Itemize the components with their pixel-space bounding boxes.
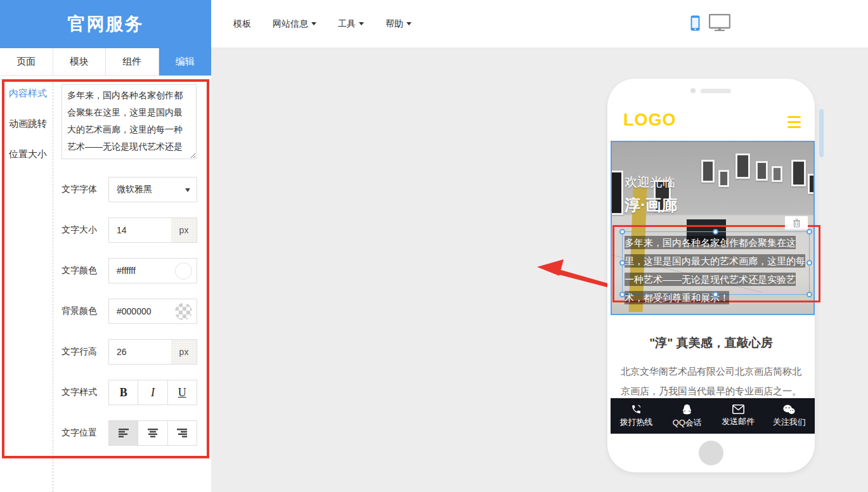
font-family-value: 微软雅黑 — [109, 184, 152, 195]
section-animation-jump[interactable]: 动画跳转 — [9, 118, 47, 130]
contact-label: 发送邮件 — [722, 416, 755, 427]
content-text-input[interactable]: 多年来，国内各种名家创作都会聚集在这里，这里是国内最大的艺术画廊，这里的每一种艺… — [62, 84, 197, 159]
tab-label: 页面 — [16, 56, 36, 68]
chevron-down-icon — [359, 22, 364, 25]
chevron-down-icon — [311, 22, 316, 25]
phone-camera-dot — [690, 88, 696, 93]
delete-button[interactable] — [785, 216, 808, 230]
bg-color-label: 背景颜色 — [62, 306, 108, 317]
unit-suffix: px — [171, 340, 197, 364]
nav-item-label: 网站信息 — [273, 18, 308, 30]
contact-label: 关注我们 — [773, 417, 806, 428]
phone-icon — [631, 404, 642, 415]
qq-chat-button[interactable]: QQ会话 — [662, 398, 713, 434]
tab-label: 组件 — [122, 56, 141, 68]
tab-page[interactable]: 页面 — [0, 48, 53, 75]
picture-frame — [718, 170, 729, 187]
selected-text-block[interactable]: 多年来，国内各种名家创作都会聚集在这里，这里是国内最大的艺术画廊，这里的每一种艺… — [622, 231, 810, 295]
smartphone-icon[interactable] — [690, 15, 700, 31]
resize-handle[interactable] — [713, 229, 718, 235]
site-logo: LOGO — [623, 110, 677, 130]
menu-icon[interactable] — [787, 116, 801, 131]
tab-component[interactable]: 组件 — [106, 48, 159, 75]
nav-item-label: 工具 — [338, 18, 356, 30]
nav-item-site-info[interactable]: 网站信息 — [273, 18, 316, 30]
line-height-input[interactable]: 26 px — [108, 339, 197, 365]
trash-icon — [793, 219, 801, 228]
hero-welcome-text: 欢迎光临 — [625, 174, 675, 191]
contact-bar: 拨打热线 QQ会话 发送邮件 — [611, 398, 815, 434]
align-left-icon — [119, 429, 129, 437]
italic-button[interactable]: I — [138, 380, 167, 405]
brand-header: 官网服务 — [0, 0, 211, 48]
text-color-value: #ffffff — [109, 266, 136, 276]
section-heading: "淳" 真美感，直敲心房 — [607, 335, 815, 351]
text-color-input[interactable]: #ffffff — [108, 258, 197, 283]
font-family-label: 文字字体 — [62, 184, 108, 195]
nav-item-label: 帮助 — [385, 18, 403, 30]
align-center-icon — [148, 429, 158, 437]
font-family-select[interactable]: 微软雅黑 — [108, 177, 197, 202]
phone-mockup: LOGO 欢迎光临 淳·画廊 多年来， — [607, 79, 815, 472]
nav-item-tools[interactable]: 工具 — [338, 18, 364, 30]
preview-scrollbar[interactable] — [819, 109, 824, 157]
resize-handle[interactable] — [806, 229, 812, 235]
phone-speaker-bar — [701, 89, 731, 93]
bold-button[interactable]: B — [108, 380, 138, 405]
contact-label: QQ会话 — [673, 417, 702, 429]
underline-button[interactable]: U — [168, 380, 197, 405]
phone-home-button[interactable] — [699, 441, 723, 465]
resize-handle[interactable] — [619, 229, 625, 235]
picture-frame — [612, 171, 623, 215]
top-nav: 模板 网站信息 工具 帮助 — [211, 0, 868, 48]
transparency-checker-swatch[interactable] — [175, 303, 192, 320]
editor-canvas: LOGO 欢迎光临 淳·画廊 多年来， — [211, 48, 868, 492]
picture-frame — [701, 160, 715, 183]
picture-frame — [808, 174, 813, 194]
tab-module[interactable]: 模块 — [53, 48, 107, 75]
nav-item-label: 模板 — [233, 18, 251, 30]
unit-suffix: px — [171, 218, 197, 242]
nav-item-templates[interactable]: 模板 — [233, 18, 251, 30]
bg-color-value: #000000 — [109, 306, 152, 316]
send-mail-button[interactable]: 发送邮件 — [713, 398, 764, 434]
call-hotline-button[interactable]: 拨打热线 — [611, 398, 662, 434]
font-size-label: 文字大小 — [62, 224, 108, 236]
panel-tabs: 页面 模块 组件 编辑 — [0, 48, 211, 76]
mail-icon — [732, 405, 744, 414]
color-swatch[interactable] — [175, 262, 192, 280]
edit-panel: 内容样式 动画跳转 位置大小 多年来，国内各种名家创作都会聚集在这里，这里是国内… — [0, 76, 211, 492]
section-paragraph: 北京文华阁艺术品有限公司北京画店简称北京画店，乃我国当代最早的专业画店之一。应艺… — [621, 361, 802, 401]
tab-label: 编辑 — [176, 56, 195, 68]
hero-title-text: 淳·画廊 — [625, 195, 677, 216]
picture-frame — [791, 160, 806, 186]
text-color-label: 文字颜色 — [62, 265, 108, 276]
nav-item-help[interactable]: 帮助 — [385, 18, 411, 30]
chevron-down-icon — [406, 22, 411, 25]
resize-handle[interactable] — [806, 292, 812, 297]
align-right-button[interactable] — [168, 420, 197, 446]
contact-label: 拨打热线 — [619, 417, 652, 428]
tab-label: 模块 — [70, 56, 89, 68]
monitor-icon[interactable] — [709, 14, 730, 31]
resize-handle[interactable] — [619, 260, 625, 266]
picture-frame — [735, 153, 750, 179]
line-height-label: 文字行高 — [62, 346, 108, 358]
wechat-icon — [783, 405, 795, 415]
section-content-style[interactable]: 内容样式 — [9, 87, 47, 100]
follow-us-button[interactable]: 关注我们 — [764, 398, 815, 434]
section-position-size[interactable]: 位置大小 — [9, 148, 47, 160]
resize-handle[interactable] — [619, 292, 625, 297]
picture-frame — [772, 166, 782, 182]
chevron-down-icon — [185, 188, 190, 192]
align-left-button[interactable] — [108, 420, 138, 446]
brand-title: 官网服务 — [68, 12, 144, 36]
resize-handle[interactable] — [713, 292, 718, 297]
bg-color-input[interactable]: #000000 — [108, 299, 197, 324]
text-align-label: 文字位置 — [62, 427, 108, 439]
font-size-input[interactable]: 14 px — [108, 217, 197, 243]
resize-handle[interactable] — [806, 260, 812, 266]
tab-edit[interactable]: 编辑 — [159, 48, 212, 75]
picture-frame — [756, 161, 768, 181]
align-center-button[interactable] — [138, 420, 167, 446]
